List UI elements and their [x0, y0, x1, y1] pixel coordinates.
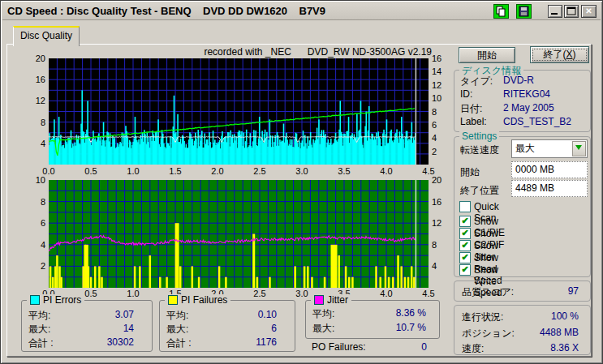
axis-tick: 6	[432, 120, 437, 130]
axis-tick: 14	[432, 66, 441, 76]
axis-tick: 8	[432, 240, 437, 250]
end-pos-field[interactable]: 4489 MB	[511, 180, 588, 197]
po-failures-label: PO Failures:	[312, 341, 366, 353]
disc-label-value: CDS_TEST_B2	[503, 116, 571, 127]
po-failures-value: 0	[421, 341, 427, 353]
pi-failures-chart	[49, 180, 429, 288]
maximize-button[interactable]	[564, 5, 579, 18]
jitter-swatch	[314, 295, 324, 305]
close-icon[interactable]: ✕	[581, 5, 597, 18]
disc-type-value: DVD-R	[503, 75, 534, 86]
save-icon[interactable]	[516, 4, 532, 19]
jitter-statbox: Jitter 平均:8.36 % 最大:10.7 %	[305, 300, 440, 339]
disc-type-label: タイプ:	[460, 75, 493, 88]
speed-label: 速度:	[462, 342, 484, 356]
avg-label: 平均:	[28, 310, 50, 321]
speed-value: 8.36 X	[550, 342, 579, 353]
total-label: 合計 :	[166, 337, 192, 349]
max-value: 6	[271, 323, 277, 334]
axis-tick: 20	[21, 54, 45, 63]
start-button[interactable]: 開始	[459, 47, 515, 63]
x-axis-tick: 4.0	[374, 289, 398, 298]
pi-failures-statbox: PI Failures 平均:0.10 最大:6 合計 :1176	[159, 300, 295, 352]
pi-failures-swatch	[168, 295, 178, 305]
total-label: 合計 :	[28, 337, 54, 349]
pi-errors-swatch	[30, 295, 40, 305]
checkbox-box[interactable]: ✔	[459, 240, 471, 251]
end-pos-label: 終了位置	[460, 184, 499, 198]
axis-tick: 10	[432, 93, 441, 103]
axis-tick: 12	[432, 218, 441, 228]
pi-failures-title: PI Failures	[181, 294, 227, 306]
disc-id-label: ID:	[460, 88, 472, 100]
copy-icon[interactable]	[493, 4, 509, 19]
max-value: 10.7 %	[396, 322, 426, 333]
recorded-with-label: recorded with _NEC DVD_RW ND-3500AG v2.1…	[122, 46, 432, 58]
max-label: 最大:	[28, 323, 50, 335]
disc-date-label: 日付:	[460, 102, 482, 116]
pi-errors-chart	[49, 58, 429, 165]
max-value: 14	[123, 323, 134, 334]
x-axis-tick: 4.0	[374, 166, 398, 176]
checkbox-box[interactable]: ✔	[459, 216, 471, 227]
axis-tick: 16	[432, 197, 441, 207]
exit-button[interactable]: 終了(X)	[530, 46, 589, 63]
start-pos-field[interactable]: 0000 MB	[511, 161, 588, 178]
axis-tick: 20	[432, 175, 441, 185]
max-label: 最大:	[166, 323, 188, 335]
checkbox-box[interactable]: ✔	[459, 228, 471, 239]
disc-label-label: Label:	[460, 116, 487, 127]
quality-score-value: 97	[568, 285, 579, 297]
disc-id-value: RITEKG04	[503, 88, 550, 100]
axis-tick: 4	[432, 261, 437, 271]
position-value: 4488 MB	[540, 327, 579, 338]
axis-tick: 4	[21, 139, 45, 148]
speed-combobox-value: 最大	[515, 142, 535, 156]
exit-button-label: 終了(X)	[532, 49, 587, 61]
chevron-down-icon	[575, 145, 582, 150]
axis-tick: 8	[21, 118, 45, 127]
axis-tick: 8	[21, 197, 45, 207]
pi-errors-statbox: PI Errors 平均:3.07 最大:14 合計 :30302	[21, 300, 153, 352]
axis-tick: 16	[21, 75, 45, 84]
axis-tick: 4	[432, 133, 437, 143]
axis-tick: 6	[21, 218, 45, 228]
x-axis-tick: 3.0	[290, 166, 314, 176]
progress-value: 100 %	[551, 310, 579, 322]
position-label: ポジション:	[462, 327, 515, 340]
checkbox-box[interactable]: ✔	[459, 252, 471, 263]
po-failures-row: PO Failures: 0	[312, 341, 433, 353]
progress-label: 進行状況:	[462, 310, 503, 324]
x-axis-tick: 2.5	[248, 166, 272, 176]
avg-label: 平均:	[166, 310, 188, 321]
start-pos-label: 開始	[460, 165, 480, 179]
minimize-button[interactable]	[548, 5, 562, 18]
axis-tick: 2	[432, 147, 437, 156]
x-axis-tick: 2.0	[205, 166, 230, 176]
pi-errors-title: PI Errors	[43, 294, 81, 306]
settings-title: Settings	[459, 131, 499, 142]
x-axis-tick: 4.5	[416, 289, 441, 298]
window-title: CD Speed : Disc Quality Test - BENQ DVD …	[7, 5, 325, 17]
tab-disc-quality[interactable]: Disc Quality	[13, 26, 80, 46]
quality-score-label: 品質スコア:	[462, 285, 514, 299]
disc-date-value: 2 May 2005	[503, 102, 554, 113]
axis-tick: 12	[432, 80, 441, 90]
axis-tick: 12	[21, 96, 45, 105]
speed-combobox[interactable]: 最大	[511, 139, 588, 158]
x-axis-tick: 1.5	[163, 166, 187, 176]
axis-tick: 8	[432, 107, 437, 117]
x-axis-tick: 1.0	[121, 289, 145, 298]
x-axis-tick: 0.0	[37, 166, 61, 176]
combo-dropdown-button[interactable]	[572, 141, 586, 156]
start-button-label: 開始	[461, 49, 513, 61]
quality-score-box: 品質スコア: 97	[454, 280, 591, 302]
axis-tick: 10	[21, 175, 45, 185]
titlebar[interactable]: CD Speed : Disc Quality Test - BENQ DVD …	[2, 2, 601, 20]
axis-tick: 16	[432, 54, 441, 63]
axis-tick: 2	[21, 261, 45, 271]
checkbox-box[interactable]: ✔	[459, 264, 471, 276]
checkbox-box[interactable]	[459, 201, 471, 212]
x-axis-tick: 3.5	[332, 166, 356, 176]
avg-value: 3.07	[115, 309, 134, 320]
